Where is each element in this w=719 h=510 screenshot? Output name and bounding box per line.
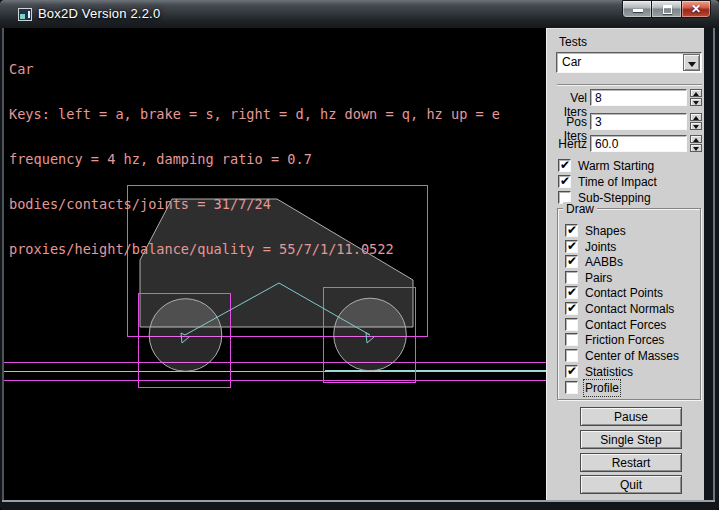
arrow-up-icon [693,92,699,96]
check-icon: ✔ [567,254,577,268]
window-title: Box2D Version 2.2.0 [38,6,160,21]
statistics-readout: Car Keys: left = a, brake = s, right = d… [9,32,500,287]
checkbox-label: Statistics [585,365,633,379]
pos-iters-down-button[interactable] [690,122,702,130]
tests-dropdown[interactable]: Car [556,52,702,73]
hertz-down-button[interactable] [690,144,702,152]
checkbox-box[interactable]: ✔ [565,286,578,299]
checkbox-box[interactable] [565,349,578,362]
restart-button[interactable]: Restart [580,453,682,472]
arrow-down-icon [693,101,699,105]
pos-iters-spinner [690,113,702,130]
draw-groupbox: Draw ✔ Shapes ✔ Joints ✔ AABBs Pairs ✔ C… [557,208,701,400]
checkbox-label: Time of Impact [578,175,657,189]
hertz-input[interactable] [590,135,687,152]
checkbox-label: Contact Points [585,286,663,300]
checkbox-box[interactable] [565,333,578,346]
stats-keys: Keys: left = a, brake = s, right = d, hz… [9,107,500,122]
checkbox-box[interactable]: ✔ [565,255,578,268]
single-step-button[interactable]: Single Step [580,430,682,449]
stats-test-name: Car [9,62,500,77]
arrow-down-icon [693,125,699,129]
checkbox-box[interactable] [565,381,578,394]
vel-iters-up-button[interactable] [690,89,702,97]
pause-button[interactable]: Pause [580,407,682,426]
title-bar[interactable]: Box2D Version 2.2.0 ✕ [0,0,719,28]
checkbox-label: Friction Forces [585,333,664,347]
checkbox-label: Center of Masses [585,349,679,363]
checkbox-box[interactable] [565,271,578,284]
arrow-up-icon [693,116,699,120]
checkbox-box[interactable]: ✔ [558,175,571,188]
checkbox-label: Joints [585,240,616,254]
vel-iters-input[interactable] [590,89,687,106]
close-icon: ✕ [682,2,710,16]
checkbox-box[interactable] [565,318,578,331]
maximize-button[interactable] [651,0,682,18]
checkbox-label: Contact Forces [585,318,666,332]
check-icon: ✔ [567,239,577,253]
check-icon: ✔ [560,174,570,188]
pos-iters-up-button[interactable] [690,113,702,121]
simulation-viewport[interactable]: Car Keys: left = a, brake = s, right = d… [4,28,546,500]
maximize-icon [663,5,672,14]
frame-right [713,28,715,500]
minimize-button[interactable] [622,0,652,18]
hertz-label: Hertz [547,137,587,151]
tests-dropdown-value: Car [562,55,581,69]
checkbox-box[interactable]: ✔ [565,302,578,315]
close-button[interactable]: ✕ [681,0,711,18]
checkbox-label: AABBs [585,255,623,269]
stats-bodies: bodies/contacts/joints = 31/7/24 [9,197,500,212]
tests-dropdown-button[interactable] [683,54,700,71]
arrow-down-icon [693,147,699,151]
stats-proxies: proxies/height/balance/quality = 55/7/1/… [9,242,500,257]
draw-group-label: Draw [563,202,597,216]
checkbox-label: Profile [585,381,619,395]
checkbox-label: Contact Normals [585,302,674,316]
checkbox-box[interactable]: ✔ [565,365,578,378]
check-icon: ✔ [567,301,577,315]
check-icon: ✔ [567,223,577,237]
checkbox-label: Shapes [585,224,626,238]
app-window: Box2D Version 2.2.0 ✕ [0,0,719,510]
checkbox-box[interactable]: ✔ [558,159,571,172]
quit-button[interactable]: Quit [580,475,682,494]
vel-iters-spinner [690,89,702,106]
checkbox-label: Pairs [585,271,612,285]
control-panel: Tests Car Vel Iters Pos Iters [546,28,704,500]
minimize-icon [633,9,643,12]
checkbox-label: Warm Starting [578,159,654,173]
stats-frequency: frequency = 4 hz, damping ratio = 0.7 [9,152,500,167]
separator [557,84,702,86]
hertz-spinner [690,135,702,152]
tests-label: Tests [559,35,587,49]
frame-bottom [2,500,715,502]
app-icon [18,8,32,21]
check-icon: ✔ [560,158,570,172]
check-icon: ✔ [567,285,577,299]
checkbox-box[interactable]: ✔ [565,224,578,237]
hertz-up-button[interactable] [690,135,702,143]
pos-iters-input[interactable] [590,113,687,130]
checkbox-box[interactable]: ✔ [565,240,578,253]
chevron-down-icon [688,62,696,67]
check-icon: ✔ [567,364,577,378]
arrow-up-icon [693,138,699,142]
vel-iters-down-button[interactable] [690,98,702,106]
